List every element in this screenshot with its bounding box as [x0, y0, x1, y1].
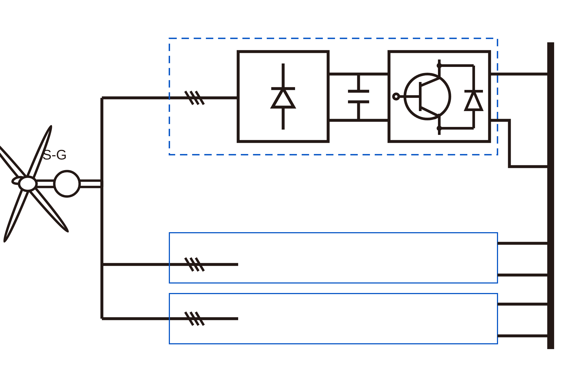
inverter-block — [389, 52, 490, 141]
inverter-output-wires — [490, 74, 550, 167]
three-phase-marker — [185, 91, 204, 325]
dc-link-capacitor-icon — [348, 74, 369, 120]
shaft — [37, 181, 55, 187]
power-conversion-diagram: S-G — [0, 0, 588, 375]
bus-bar — [547, 42, 554, 349]
starter-generator-icon — [54, 171, 80, 196]
svg-point-47 — [393, 94, 399, 99]
parallel-converter-2 — [169, 233, 497, 283]
svg-point-6 — [54, 171, 80, 196]
generator-label: S-G — [42, 147, 67, 162]
svg-point-3 — [19, 177, 37, 191]
parallel-output-wires — [497, 243, 550, 336]
rectifier-block — [238, 52, 328, 141]
generator-output-shaft — [80, 181, 102, 187]
